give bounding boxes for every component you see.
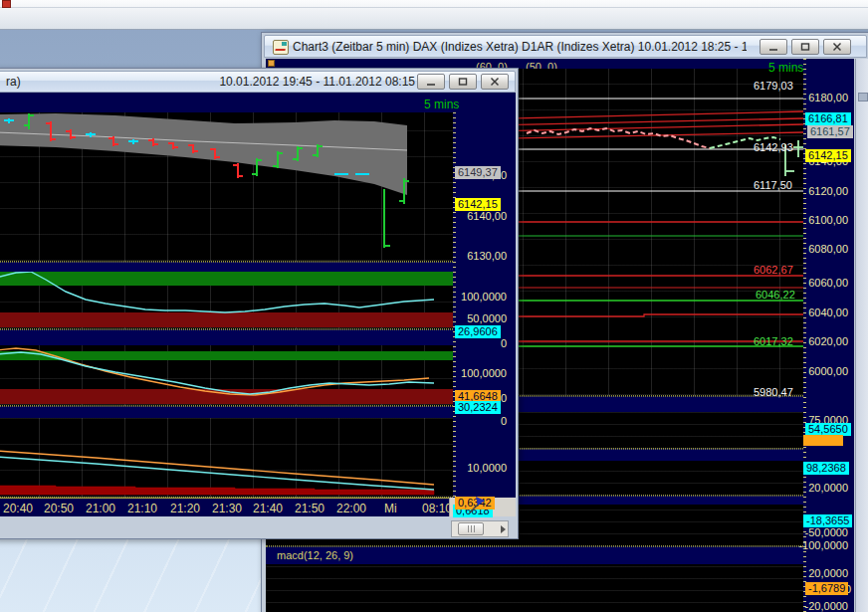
- macd-histogram: [0, 486, 434, 495]
- interval-badge: 5 mins: [424, 98, 459, 111]
- axis-tick-label: 20,0000: [808, 482, 848, 494]
- maximize-icon: [458, 77, 468, 87]
- time-tick-label: 21:20: [170, 502, 200, 515]
- value-badge-cyan: 98,2368: [803, 462, 849, 475]
- close-button[interactable]: [481, 74, 509, 90]
- back-vertical-scrollbar[interactable]: [855, 59, 868, 612]
- axis-tick-label: 0: [501, 337, 507, 349]
- panel-divider: [0, 262, 453, 272]
- front-chart-area: 5 mins: [0, 93, 516, 516]
- close-icon: [490, 77, 500, 87]
- front-window-title-fragment: ra): [6, 75, 21, 89]
- back-macd-panel[interactable]: [266, 564, 803, 612]
- axis-tick-label: 6040,00: [808, 306, 848, 318]
- flag-icon[interactable]: [466, 494, 488, 515]
- front-price-axis: 6150,00 6149,37 6142,15 6140,00 6130,00 …: [453, 112, 511, 498]
- value-badge-cyan: 26,9606: [455, 325, 501, 338]
- time-tick-label: 20:50: [44, 502, 74, 515]
- axis-tick-label: 6060,00: [808, 277, 848, 289]
- front-window-titlebar[interactable]: ra) 10.01.2012 19:45 - 11.01.2012 08:15: [0, 71, 516, 93]
- toolbar-divider: [0, 7, 868, 8]
- vscroll-thumb[interactable]: [858, 93, 868, 102]
- axis-tick-label: 20,0000: [808, 567, 848, 579]
- panel-divider: [0, 329, 453, 345]
- close-icon: [832, 42, 842, 52]
- horizontal-scrollbar[interactable]: [451, 520, 509, 537]
- axis-tick-label: 6100,00: [808, 214, 848, 226]
- time-tick-label: 21:10: [127, 502, 157, 515]
- time-tick-label: Mi: [384, 502, 397, 515]
- front-rsi-series: [0, 272, 453, 329]
- time-tick-label: 22:00: [336, 502, 366, 515]
- axis-tick-label: 6080,00: [808, 243, 848, 255]
- axis-tick-label: 0: [501, 415, 507, 427]
- interval-badge: 5 mins: [768, 61, 803, 75]
- front-price-series: [0, 112, 453, 262]
- front-stoch-series: [0, 345, 453, 406]
- time-tick-label: 21:40: [253, 502, 283, 515]
- axis-tick-label: 100,0000: [461, 367, 507, 379]
- maximize-button[interactable]: [791, 39, 819, 55]
- level-label-bottom: 5980,47: [754, 386, 793, 398]
- front-macd-series: [0, 418, 453, 498]
- minimize-icon: [768, 42, 778, 52]
- hscroll-thumb[interactable]: [458, 522, 484, 535]
- front-chart-window: ra) 10.01.2012 19:45 - 11.01.2012 08:15 …: [0, 68, 519, 539]
- panel-divider: [0, 406, 453, 418]
- axis-tick-label: 50,0000: [467, 312, 507, 324]
- value-badge-cyan: -18,3655: [803, 514, 852, 527]
- back-window-titlebar[interactable]: Chart3 (Zeitbar 5 min) DAX (Indizes Xetr…: [264, 35, 867, 58]
- level-label-mid: 6142,93: [754, 141, 793, 153]
- value-badge-cyan: 30,2324: [455, 401, 501, 414]
- maximize-button[interactable]: [449, 74, 477, 90]
- axis-tick-label: -50,0000: [805, 526, 848, 538]
- level-label-red: 6062,67: [754, 264, 793, 276]
- axis-tick-label: 6120,00: [808, 185, 848, 197]
- app-toolbar-strip: [0, 0, 868, 30]
- candle-dashes-pink: [527, 128, 710, 148]
- level-label-low: 6117,50: [754, 179, 792, 191]
- time-tick-label: 20:40: [3, 502, 33, 515]
- value-badge-gray: 6161,57: [807, 125, 853, 138]
- level-label-green-1: 6046,22: [756, 289, 795, 301]
- last-price-badge: 6142,15: [805, 149, 851, 162]
- maximize-icon: [800, 42, 810, 52]
- axis-tick-label: 10,0000: [467, 462, 507, 474]
- close-button[interactable]: [823, 39, 851, 55]
- value-badge-cyan: 6166,81: [805, 112, 851, 125]
- last-price-badge: 6142,15: [455, 198, 501, 211]
- legend-series-chip: [268, 60, 275, 67]
- axis-tick-label: 6000,00: [808, 365, 848, 377]
- axis-tick-label: 6020,00: [808, 335, 848, 347]
- back-window-title: Chart3 (Zeitbar 5 min) DAX (Indizes Xetr…: [293, 40, 747, 54]
- desktop: Chart3 (Zeitbar 5 min) DAX (Indizes Xetr…: [0, 0, 868, 612]
- axis-tick-label: 6140,00: [467, 210, 507, 222]
- time-tick-label: 21:30: [212, 502, 242, 515]
- app-red-icon[interactable]: [2, 0, 11, 8]
- time-axis: 20:40 20:50 21:00 21:10 21:20 21:30 21:4…: [0, 498, 453, 516]
- axis-tick-label: -20,0000: [805, 600, 848, 612]
- time-tick-label: 21:50: [295, 502, 325, 515]
- back-price-axis: 6180,00 6160,00 6140,00 6120,00 6100,00 …: [803, 59, 854, 612]
- axis-tick-label: 6130,00: [467, 250, 507, 262]
- value-badge-orange: -1,6789: [805, 582, 848, 595]
- time-tick-label: 21:00: [86, 502, 115, 515]
- front-window-date-range: 10.01.2012 19:45 - 11.01.2012 08:15: [219, 75, 415, 89]
- axis-tick-label: 100,0000: [461, 291, 507, 303]
- scroll-right-arrow-icon[interactable]: [501, 525, 506, 533]
- time-tick-label: 08:10: [422, 502, 452, 515]
- value-badge-orange-clipped: [803, 435, 843, 446]
- chart-window-icon: [273, 40, 289, 55]
- axis-tick-label: -100,0000: [798, 539, 848, 551]
- channel-band: [0, 113, 407, 195]
- level-label-high: 6179,03: [754, 80, 793, 92]
- macd-indicator-label: macd(12, 26, 9): [277, 549, 353, 561]
- level-label-green-2: 6017,32: [754, 335, 793, 347]
- axis-tick-label: 6180,00: [808, 92, 848, 103]
- minimize-button[interactable]: [760, 39, 787, 55]
- minimize-icon: [426, 77, 436, 87]
- minimize-button[interactable]: [417, 74, 445, 90]
- value-badge-gray: 6149,37: [455, 166, 501, 179]
